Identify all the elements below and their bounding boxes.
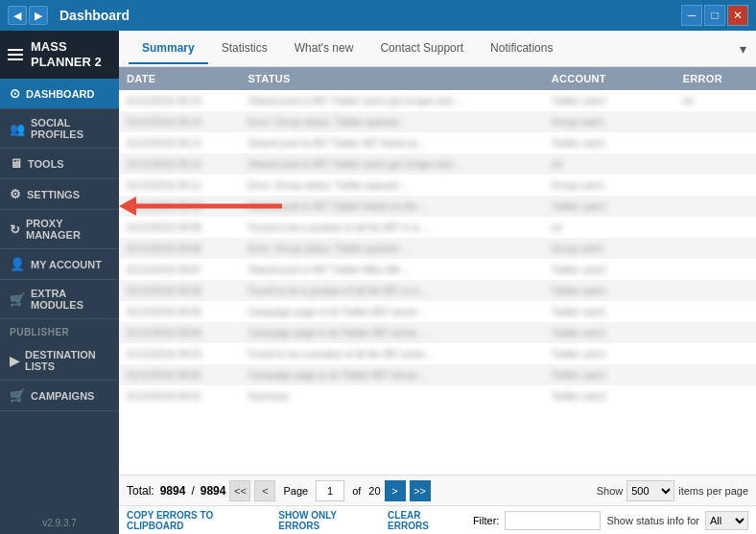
title-bar-nav: ◀ ▶ [8,6,48,25]
sidebar-item-label: TOOLS [28,158,64,170]
cell-account: err [544,217,675,238]
cell-error [675,111,756,132]
tab-bar: Summary Statistics What's new Contact Su… [119,31,756,67]
maximize-button[interactable]: □ [704,5,725,26]
content-area: Summary Statistics What's new Contact Su… [119,31,756,534]
total-count: 9894 [160,484,186,498]
first-page-button[interactable]: << [229,480,250,501]
settings-icon: ⚙ [10,187,21,201]
cell-account: Twitter user1 [544,90,675,111]
table-row: 01/12/2016 09:10Shared post to 897 Twitt… [119,196,756,217]
tab-notifications[interactable]: Notifications [477,34,566,64]
sidebar-item-settings[interactable]: ⚙ SETTINGS [0,179,119,210]
hamburger-icon[interactable] [8,49,23,60]
pagination-right: Show 500 100 250 items per page [597,480,748,501]
show-only-errors-link[interactable]: SHOW ONLY ERRORS [278,510,376,531]
sidebar-item-destination-lists[interactable]: ▶ DESTINATION LISTS [0,341,119,381]
cell-account: err [544,153,675,174]
sidebar-item-tools[interactable]: 🖥 TOOLS [0,149,119,179]
col-header-status: STATUS [240,67,543,90]
copy-errors-link[interactable]: COPY ERRORS TO CLIPBOARD [127,510,267,531]
sidebar-item-campaigns[interactable]: 🛒 CAMPAIGNS [0,381,119,411]
total-label: Total: [127,484,154,498]
col-header-error: ERROR [675,67,756,90]
sidebar: MASS PLANNER 2 ⊙ DASHBOARD 👥 SOCIAL PROF… [0,31,119,534]
footer-bar: COPY ERRORS TO CLIPBOARD SHOW ONLY ERROR… [119,505,756,534]
cell-error [675,385,756,406]
tab-statistics[interactable]: Statistics [208,34,281,64]
sidebar-item-dashboard[interactable]: ⊙ DASHBOARD [0,79,119,109]
cell-status: Campaign page to its Twitter-897 server … [240,322,543,343]
cell-account: Twitter user1 [544,322,675,343]
cell-error [675,322,756,343]
cell-account: Twitter user1 [544,280,675,301]
sidebar-item-label: PROXY MANAGER [26,218,109,241]
cell-status: Found to be a product of all the 897 pos… [240,343,543,364]
data-table: DATE STATUS ACCOUNT ERROR 01/12/2016 09:… [119,67,756,406]
back-button[interactable]: ◀ [8,6,27,25]
sidebar-item-my-account[interactable]: 👤 MY ACCOUNT [0,249,119,280]
title-bar-left: ◀ ▶ Dashboard [8,6,681,25]
cell-status: Shared post to 897 Twitter 897 linked pt… [240,132,543,153]
filter-icon[interactable]: ▾ [740,41,746,57]
table-container: DATE STATUS ACCOUNT ERROR 01/12/2016 09:… [119,67,756,475]
table-row: 01/12/2016 09:07Shared post to 897 Twitt… [119,259,756,280]
cell-date: 01/12/2016 09:07 [119,259,240,280]
cell-status: Shared post to 897 Twitter users got scr… [240,90,543,111]
cell-status: Error: Group status: Twitter-queued ... [240,111,543,132]
sidebar-item-label: DASHBOARD [26,88,95,100]
table-row: 01/12/2016 09:08Error: Group status: Twi… [119,238,756,259]
sidebar-item-social-profiles[interactable]: 👥 SOCIAL PROFILES [0,109,119,149]
col-header-date: DATE [119,67,240,90]
table-row: 01/12/2016 09:05Campaign page to its Twi… [119,301,756,322]
cell-error [675,343,756,364]
last-page-button[interactable]: >> [410,480,431,501]
table-row: 01/12/2016 09:13Shared post to 897 Twitt… [119,132,756,153]
pagination-bar: Total: 9894 / 9894 << < Page of 20 > >> … [119,475,756,505]
items-per-page-label: items per page [678,485,748,497]
footer-filter: Filter: Show status info for All [473,511,748,530]
sidebar-item-label: MY ACCOUNT [31,259,102,270]
table-row: 01/12/2016 09:03Found to be a product of… [119,343,756,364]
cell-date: 01/12/2016 09:15 [119,90,240,111]
sidebar-logo: MASS PLANNER 2 [0,31,119,79]
page-input[interactable] [316,480,344,501]
filter-input[interactable] [505,511,601,530]
forward-button[interactable]: ▶ [29,6,48,25]
cell-error [675,364,756,385]
cell-account: Twitter user1 [544,301,675,322]
social-profiles-icon: 👥 [10,122,25,136]
show-count-select[interactable]: 500 100 250 [626,480,674,501]
table-row: 01/12/2016 09:09Found to be a product of… [119,217,756,238]
cell-error [675,174,756,196]
tab-summary[interactable]: Summary [129,34,208,64]
cell-status: Shared post to 897 Twitter Miku title ..… [240,259,543,280]
cell-account: Group user1 [544,111,675,132]
cell-status: Campaign page to its Twitter-897 server … [240,301,543,322]
main-layout: MASS PLANNER 2 ⊙ DASHBOARD 👥 SOCIAL PROF… [0,31,756,534]
show-status-select[interactable]: All [705,511,748,530]
tools-icon: 🖥 [10,156,22,171]
cell-status: Shared post to 897 Twitter linked on the… [240,196,543,217]
of-label: of [352,485,361,497]
cell-account: Twitter user2 [544,259,675,280]
col-header-account: ACCOUNT [544,67,675,90]
cell-date: 01/12/2016 09:13 [119,132,240,153]
show-status-label: Show status info for [606,515,699,526]
total-pages: 20 [368,485,380,497]
minimize-button[interactable]: ─ [681,5,702,26]
next-page-button[interactable]: > [385,480,406,501]
cell-account: Group user1 [544,238,675,259]
title-bar-controls: ─ □ ✕ [681,5,748,26]
clear-errors-link[interactable]: CLEAR ERRORS [388,510,461,531]
sidebar-item-proxy-manager[interactable]: ↻ PROXY MANAGER [0,210,119,249]
extra-modules-icon: 🛒 [10,292,25,307]
cell-status: Found to be a product of all the 897 in … [240,217,543,238]
campaigns-icon: 🛒 [10,388,25,403]
tab-contact-support[interactable]: Contact Support [366,34,477,64]
tab-whats-new[interactable]: What's new [281,34,367,64]
cell-date: 01/12/2016 09:05 [119,301,240,322]
prev-page-button[interactable]: < [254,480,275,501]
close-button[interactable]: ✕ [727,5,748,26]
sidebar-item-extra-modules[interactable]: 🛒 EXTRA MODULES [0,280,119,319]
